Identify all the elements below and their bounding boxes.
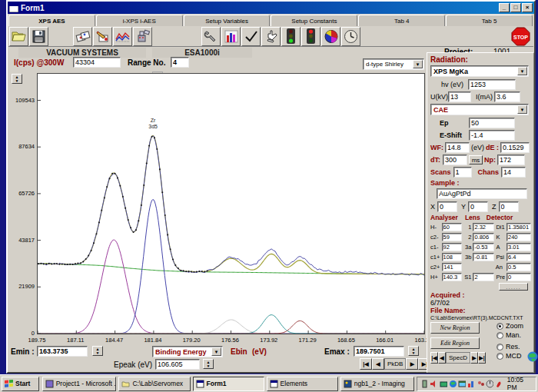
- open-button[interactable]: [9, 27, 28, 46]
- mode-option-man[interactable]: Man.: [496, 331, 523, 339]
- chart-view-button[interactable]: [221, 27, 241, 46]
- nav-first-button[interactable]: |◀: [360, 358, 372, 370]
- wf-input[interactable]: [445, 142, 470, 153]
- start-button[interactable]: Start: [2, 377, 39, 391]
- nav-last-button[interactable]: ▶|: [478, 352, 486, 364]
- taskbar-item-project1[interactable]: Project1 - Microsoft ...: [42, 377, 117, 391]
- mode-option-res[interactable]: Res.: [496, 343, 523, 350]
- chevron-down-icon[interactable]: ▼: [517, 105, 527, 114]
- np-input[interactable]: [497, 154, 525, 165]
- accept-button[interactable]: [241, 27, 261, 46]
- z-input[interactable]: [499, 201, 519, 212]
- tab-setup-constants[interactable]: Setup Constants: [271, 15, 357, 26]
- detector-input[interactable]: [506, 273, 531, 281]
- timer-button[interactable]: [341, 27, 360, 46]
- i-input[interactable]: [494, 91, 520, 102]
- edit-button[interactable]: [93, 27, 112, 46]
- detector-input[interactable]: [506, 233, 531, 241]
- instrument-button[interactable]: [133, 27, 152, 46]
- chart-lines-button[interactable]: [113, 27, 132, 46]
- emin-input[interactable]: [37, 346, 88, 357]
- emax-stepper[interactable]: ▲▼: [408, 346, 419, 356]
- chevron-down-icon[interactable]: ▼: [517, 67, 527, 75]
- analyser-input[interactable]: [442, 223, 462, 231]
- mode-dropdown[interactable]: CAE ▼: [430, 104, 529, 115]
- radiation-dropdown[interactable]: XPS MgKa ▼: [430, 65, 529, 77]
- mode-option-mcd[interactable]: MCD: [496, 352, 523, 360]
- run-button[interactable]: [281, 27, 301, 46]
- ms-button[interactable]: ms: [469, 155, 483, 164]
- lens-input[interactable]: [473, 273, 494, 281]
- epeak-stepper[interactable]: ▲▼: [203, 359, 214, 369]
- de-input[interactable]: [500, 142, 530, 153]
- energy-type-dropdown[interactable]: Binding Energy ▼: [152, 346, 223, 357]
- tray-display-icon[interactable]: [458, 380, 466, 388]
- u-input[interactable]: [448, 91, 471, 102]
- hv-input[interactable]: [468, 79, 516, 90]
- x-input[interactable]: [437, 201, 457, 212]
- analyser-input[interactable]: [442, 263, 462, 271]
- ep-input[interactable]: [469, 118, 515, 128]
- save-button[interactable]: [29, 27, 48, 46]
- edit-region-button[interactable]: Edit Region: [430, 337, 480, 349]
- taskbar-item-imaging[interactable]: ngb1_2 - Imaging: [340, 377, 415, 391]
- dt-input[interactable]: [443, 154, 467, 165]
- chevron-down-icon[interactable]: ▼: [413, 60, 423, 68]
- dots-button[interactable]: ......: [499, 283, 528, 291]
- emax-input[interactable]: [354, 346, 404, 357]
- tray-scheduler-icon[interactable]: [486, 380, 493, 388]
- y-scale-stepper[interactable]: ▲▼: [12, 74, 22, 84]
- lens-input[interactable]: [473, 243, 494, 251]
- detector-input[interactable]: [506, 253, 531, 261]
- range-input[interactable]: [171, 57, 189, 68]
- nav-prev-button[interactable]: ◀: [438, 352, 446, 364]
- close-button[interactable]: ×: [522, 3, 533, 12]
- icps-input[interactable]: [73, 57, 121, 68]
- mode-option-zoom[interactable]: Zoom: [496, 322, 523, 330]
- scans-input[interactable]: [453, 167, 472, 178]
- books-button[interactable]: [73, 27, 92, 46]
- analyser-input[interactable]: [442, 243, 462, 251]
- analyser-input[interactable]: [442, 253, 462, 261]
- tray-battery-icon[interactable]: [420, 380, 428, 388]
- y-input[interactable]: [468, 201, 488, 212]
- nav-next-button[interactable]: ▶: [470, 352, 478, 364]
- tray-users-icon[interactable]: [477, 380, 484, 388]
- analyser-input[interactable]: [442, 233, 462, 241]
- setup-button[interactable]: [201, 27, 221, 46]
- lens-input[interactable]: [473, 223, 494, 231]
- detector-input[interactable]: [506, 243, 531, 251]
- detector-input[interactable]: [506, 223, 531, 231]
- tray-volume-icon[interactable]: [430, 380, 437, 388]
- taskbar-item-elements[interactable]: Elements: [267, 377, 338, 391]
- chevron-down-icon[interactable]: ▼: [211, 347, 221, 356]
- tab-setup-variables[interactable]: Setup Variables: [184, 15, 271, 26]
- quantify-button[interactable]: [321, 27, 340, 46]
- sample-input[interactable]: [437, 188, 527, 199]
- tab-4[interactable]: Tab 4: [358, 15, 445, 26]
- tab-ixps-iaes[interactable]: i-XPS i-AES: [96, 15, 183, 26]
- epeak-input[interactable]: [155, 359, 200, 370]
- chans-input[interactable]: [501, 167, 526, 178]
- baseline-dropdown[interactable]: d-type Shirley ▼: [363, 58, 424, 70]
- maximize-button[interactable]: □: [510, 3, 521, 12]
- taskbar-item-form1[interactable]: Form1: [193, 377, 264, 391]
- detector-input[interactable]: [506, 263, 531, 271]
- taskbar-item-folder[interactable]: C:\Lab\Servomex: [118, 377, 190, 391]
- nav-next-button[interactable]: ▶: [406, 358, 418, 370]
- tab-5[interactable]: Tab 5: [446, 15, 533, 26]
- nav-prev-button[interactable]: ◀: [372, 358, 384, 370]
- tab-xps-aes[interactable]: XPS AES: [8, 15, 95, 26]
- plot-area[interactable]: Zr3d5: [37, 73, 425, 334]
- emin-stepper[interactable]: ▲▼: [92, 346, 103, 356]
- lens-input[interactable]: [473, 253, 494, 261]
- manual-button[interactable]: [261, 27, 281, 46]
- nav-first-button[interactable]: |◀: [430, 352, 438, 364]
- tray-globe-icon[interactable]: [449, 380, 457, 388]
- minimize-button[interactable]: _: [499, 3, 510, 12]
- new-region-button[interactable]: New Region: [430, 322, 480, 334]
- lens-input[interactable]: [473, 233, 494, 241]
- stop-button[interactable]: STOP: [511, 27, 530, 46]
- analyser-input[interactable]: [442, 273, 462, 281]
- eshift-input[interactable]: [469, 130, 515, 141]
